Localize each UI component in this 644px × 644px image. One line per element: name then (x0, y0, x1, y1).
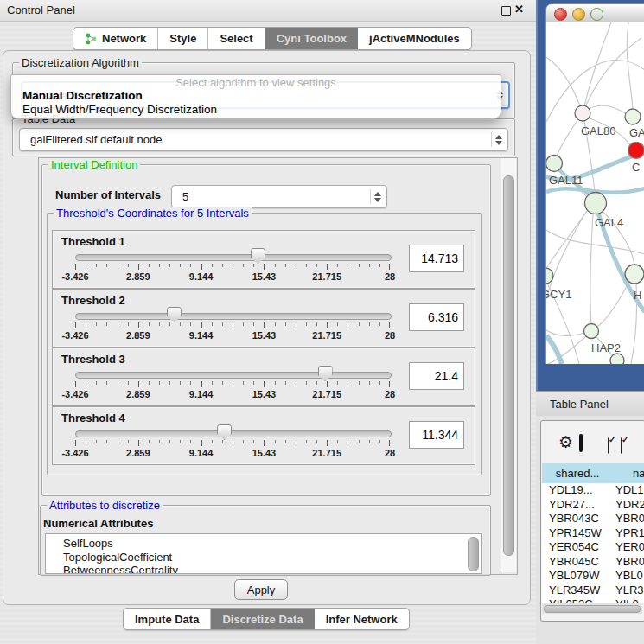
slider-thumb[interactable] (217, 424, 232, 440)
cell-name: YLR3 (615, 583, 644, 596)
close-icon[interactable]: ✕ (514, 3, 524, 16)
cell-shared-name: YER054C (549, 540, 599, 553)
tab-impute-data[interactable]: Impute Data (124, 609, 211, 629)
cell-name: YPR1 (615, 526, 644, 539)
attributes-list[interactable]: SelfLoopsTopologicalCoefficientBetweenne… (45, 533, 482, 574)
horizontal-scrollbar[interactable] (542, 603, 642, 614)
num-intervals-combobox[interactable]: 5 (171, 185, 387, 208)
minimize-traffic-light[interactable] (572, 8, 585, 21)
slider-track[interactable] (75, 430, 392, 437)
slider-tick-label: 28 (385, 271, 395, 282)
threshold-value-field[interactable]: 21.4 (409, 362, 464, 390)
column-header-shared-name[interactable]: shared... (542, 463, 614, 484)
network-node[interactable] (610, 354, 624, 364)
table-row[interactable]: YBR043CYBR0 (542, 512, 644, 526)
combobox-stepper (370, 189, 385, 205)
slider-thumb[interactable] (318, 366, 333, 381)
column-header-name[interactable]: na (613, 463, 644, 484)
table-row[interactable]: YBR045CYBR0 (542, 555, 644, 569)
threshold-value-field[interactable]: 14.713 (409, 245, 464, 272)
select-all-checkbox-icon[interactable] (621, 437, 622, 454)
vertical-scrollbar[interactable] (501, 158, 516, 572)
slider-major-tick (138, 440, 139, 446)
slider-major-tick (138, 322, 139, 328)
slider-major-tick (389, 322, 390, 328)
network-node[interactable] (585, 193, 607, 214)
table-row[interactable]: YLR345WYLR3 (542, 583, 644, 597)
network-node[interactable] (575, 105, 590, 121)
threshold-slider[interactable]: -3.4262.8599.14415.4321.71528 (75, 348, 390, 405)
tab-cyni-toolbox[interactable]: Cyni Toolbox (265, 28, 358, 49)
group-title: Discretization Algorithm (19, 56, 142, 69)
network-node[interactable] (625, 265, 644, 284)
control-panel-titlebar: Control Panel ✕ (0, 0, 536, 22)
dropdown-option[interactable]: Equal Width/Frequency Discretization (22, 103, 217, 116)
network-node-label: H (634, 289, 641, 302)
close-traffic-light[interactable] (554, 8, 567, 21)
gear-icon[interactable]: ⚙ (558, 432, 573, 452)
float-window-icon[interactable] (501, 6, 511, 16)
cell-shared-name: YPR145W (549, 526, 602, 539)
table-row[interactable]: YER054CYER0 (542, 540, 644, 554)
network-node-label: GAL4 (595, 216, 623, 229)
column-layout-icon[interactable] (579, 434, 583, 452)
tab-jactivemnodules[interactable]: jActiveMNodules (358, 28, 471, 49)
slider-track[interactable] (75, 372, 392, 379)
slider-tick-label: 21.715 (312, 389, 341, 399)
table-row[interactable]: YDR27...YDR2 (542, 498, 644, 512)
network-node[interactable] (584, 324, 599, 339)
threshold-slider[interactable]: -3.4262.8599.14415.4321.71528 (75, 231, 390, 288)
list-scrollbar-thumb[interactable] (468, 537, 479, 571)
threshold-value-field[interactable]: 11.344 (409, 421, 464, 449)
slider-tick-label: 9.144 (189, 389, 214, 399)
attribute-list-item[interactable]: TopologicalCoefficient (63, 551, 172, 564)
network-node-label: GCY1 (546, 288, 571, 301)
table-row[interactable]: YPR145WYPR1 (542, 526, 644, 540)
threshold-4-panel: Threshold 4-3.4262.8599.14415.4321.71528… (52, 406, 475, 465)
network-node[interactable] (628, 143, 644, 159)
table-data-combobox[interactable]: galFiltered.sif default node (19, 128, 508, 151)
tab-discretize-data[interactable]: Discretize Data (211, 609, 314, 629)
slider-tick-label: -3.426 (61, 389, 88, 399)
slider-tick-label: 2.859 (126, 330, 150, 341)
tab-network[interactable]: Network (73, 28, 158, 49)
threshold-slider[interactable]: -3.4262.8599.14415.4321.71528 (75, 407, 390, 464)
threshold-value-field[interactable]: 6.316 (409, 303, 464, 331)
threshold-slider[interactable]: -3.4262.8599.14415.4321.71528 (75, 290, 390, 347)
tab-label: Style (169, 32, 196, 45)
tab-label: Cyni Toolbox (277, 32, 347, 45)
slider-thumb[interactable] (167, 307, 182, 322)
tab-infer-network[interactable]: Infer Network (315, 609, 409, 629)
network-canvas[interactable]: GAL80GACGAL11GAL4GCY1HHAP2 (545, 22, 644, 364)
apply-button[interactable]: Apply (234, 579, 288, 600)
select-checkbox-icon[interactable] (608, 437, 609, 454)
scrollbar-thumb[interactable] (544, 605, 641, 613)
algorithm-dropdown: Select algorithm to view settings Manual… (10, 74, 501, 119)
scrollbar-thumb[interactable] (503, 175, 514, 556)
table-row[interactable]: YBL079WYBL0 (542, 569, 644, 583)
slider-track[interactable] (75, 254, 392, 261)
dropdown-placeholder: Select algorithm to view settings (11, 76, 501, 89)
combobox-value: galFiltered.sif default node (20, 133, 491, 146)
slider-track[interactable] (75, 313, 392, 320)
slider-major-tick (389, 440, 390, 446)
tab-select[interactable]: Select (208, 28, 265, 49)
network-window-titlebar[interactable] (545, 3, 644, 24)
tab-style[interactable]: Style (158, 28, 208, 49)
cell-name: YDR2 (615, 498, 644, 511)
threshold-2-panel: Threshold 2-3.4262.8599.14415.4321.71528… (52, 289, 475, 348)
tab-label: Infer Network (326, 613, 398, 626)
dropdown-option[interactable]: Manual Discretization (22, 89, 143, 102)
slider-thumb[interactable] (251, 248, 265, 264)
attribute-list-item[interactable]: SelfLoops (63, 537, 113, 550)
zoom-traffic-light[interactable] (590, 8, 603, 21)
slider-minor-ticks (75, 322, 390, 326)
cell-shared-name: YBL079W (549, 569, 600, 582)
network-node[interactable] (546, 156, 563, 172)
attribute-list-item[interactable]: BetweennessCentrality (63, 564, 178, 574)
slider-major-tick (264, 322, 265, 328)
combobox-stepper (491, 132, 506, 148)
table-row[interactable]: YDL19...YDL1 (542, 483, 644, 497)
network-node[interactable] (625, 109, 641, 124)
slider-major-tick (75, 322, 76, 328)
